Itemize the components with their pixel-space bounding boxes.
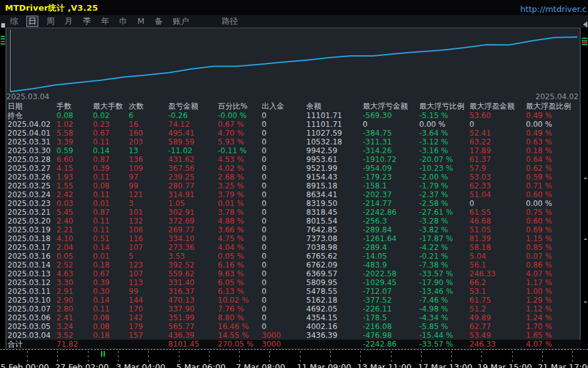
table-row[interactable]: 2025.03.172.040.14107273.364.04 %07038.9… bbox=[6, 243, 581, 252]
table-row[interactable]: 2025.04.015.580.67160495.414.70 %011027.… bbox=[6, 129, 581, 138]
cell: 11101.71 bbox=[306, 111, 363, 120]
cell: 62.77 bbox=[469, 322, 526, 331]
cell: 8319.50 bbox=[306, 199, 363, 208]
cell: 4002.16 bbox=[306, 322, 363, 331]
cell: 280.77 bbox=[168, 181, 218, 190]
cell: 3 bbox=[129, 199, 168, 208]
cell: 52.41 bbox=[469, 129, 526, 138]
cell: 4.10 bbox=[56, 234, 93, 243]
edge-tick bbox=[584, 239, 587, 240]
website-link[interactable]: http://mtdriver.c bbox=[520, 4, 587, 14]
cell: 13 bbox=[129, 146, 168, 155]
cell: 331.40 bbox=[168, 278, 218, 287]
table-row[interactable]: 2025.03.112.910.3099316.376.13 %05478.55… bbox=[6, 287, 581, 296]
cell: 0.71 % bbox=[526, 181, 581, 190]
cell: 0.03 bbox=[56, 199, 93, 208]
table-row[interactable]: 2025.03.251.550.0899280.773.25 %08915.18… bbox=[6, 181, 581, 190]
table-row-total[interactable]: 合计71.828101.45270.05 %3000-2242.86-33.57… bbox=[6, 340, 581, 349]
cell: 367.56 bbox=[168, 164, 218, 173]
cell: 3.79 % bbox=[218, 190, 262, 199]
cell: 0 bbox=[262, 138, 306, 146]
scroll-left-arrow-icon[interactable] bbox=[583, 21, 587, 28]
cell: 0 bbox=[262, 296, 306, 305]
menu-item-0[interactable]: 综 bbox=[9, 16, 19, 26]
cell: -226.11 bbox=[363, 305, 419, 313]
table-row[interactable]: 2025.03.261.930.1197239.252.68 %09154.43… bbox=[6, 173, 581, 181]
table-row[interactable]: 2025.03.274.150.39109367.564.02 %09521.9… bbox=[6, 164, 581, 173]
table-row[interactable]: 2025.04.021.020.231674.120.67 %011101.71… bbox=[6, 120, 581, 129]
cell: 2025.04.01 bbox=[6, 129, 56, 138]
table-row[interactable]: 2025.03.123.300.39113331.406.05 %05809.9… bbox=[6, 278, 581, 287]
table-row[interactable]: 2025.03.202.400.11132372.694.88 %08015.5… bbox=[6, 217, 581, 225]
table-row[interactable]: 2025.03.230.030.0131.050.01 %08319.50-21… bbox=[6, 199, 581, 208]
cell: 246.33 bbox=[469, 269, 526, 278]
menu-item-9[interactable]: 账户 bbox=[171, 16, 190, 26]
menu-item-7[interactable]: M bbox=[136, 16, 146, 26]
cell: 2.52 bbox=[56, 261, 93, 269]
table-row[interactable]: 2025.03.053.240.08179565.7716.46 %04002.… bbox=[6, 322, 581, 331]
cell: 0.62 % bbox=[526, 164, 581, 173]
table-row[interactable]: 2025.03.192.210.11106269.773.66 %07642.8… bbox=[6, 225, 581, 234]
cell: -3.12 % bbox=[419, 138, 469, 146]
column-header-3: 次数 bbox=[129, 102, 168, 111]
cell: 1.93 bbox=[56, 173, 93, 181]
menu-item-1[interactable]: 日 bbox=[27, 16, 38, 26]
table-row[interactable]: 持仓0.080.026-0.26-0.00 %011101.71-569.30-… bbox=[6, 111, 581, 120]
cell: 2025.03.25 bbox=[6, 181, 56, 190]
cell: 4.02 % bbox=[218, 164, 262, 173]
table-row[interactable]: 2025.03.160.050.0153.530.05 %06765.62-14… bbox=[6, 252, 581, 261]
cell: -20.07 % bbox=[419, 155, 469, 164]
menu-item-4[interactable]: 季 bbox=[82, 16, 92, 26]
table-row[interactable]: 2025.03.215.450.87101302.913.78 %08318.4… bbox=[6, 208, 581, 217]
cell: 1.65 % bbox=[526, 331, 581, 340]
time-axis-tick bbox=[421, 351, 422, 362]
cell: 0.08 bbox=[93, 181, 129, 190]
menu-item-path[interactable]: 路径 bbox=[220, 16, 239, 26]
cell: 203 bbox=[129, 138, 168, 146]
menu-item-2[interactable]: 周 bbox=[45, 16, 56, 26]
cell: 2025.03.27 bbox=[6, 164, 56, 173]
time-axis-tick bbox=[572, 351, 573, 362]
table-row[interactable]: 2025.03.242.420.11121314.913.79 %08634.4… bbox=[6, 190, 581, 199]
cell: 0.63 % bbox=[526, 138, 581, 146]
menu-item-5[interactable]: 年 bbox=[100, 16, 110, 26]
cell: -314.26 bbox=[363, 146, 419, 155]
cell: 11027.59 bbox=[306, 129, 363, 138]
time-axis-tick bbox=[148, 351, 149, 362]
cell: 0 bbox=[262, 322, 306, 331]
time-axis-tick bbox=[512, 351, 513, 362]
menu-item-8[interactable]: 备 bbox=[153, 16, 164, 26]
cell: 4.70 % bbox=[218, 129, 262, 138]
cell: 559.62 bbox=[168, 269, 218, 278]
table-row[interactable]: 2025.03.142.520.18123392.526.16 %06762.0… bbox=[6, 261, 581, 269]
table-row[interactable]: 2025.03.062.410.08142351.998.80 %04354.1… bbox=[6, 313, 581, 322]
table-row[interactable]: 2025.03.184.100.51116334.104.75 %07373.0… bbox=[6, 234, 581, 243]
table-row[interactable]: 2025.03.072.800.11170337.907.76 %04692.0… bbox=[6, 305, 581, 313]
time-axis-tick bbox=[451, 351, 452, 362]
cell: 3000 bbox=[262, 331, 306, 340]
cell: -289.84 bbox=[363, 225, 419, 234]
cell: 0.01 % bbox=[218, 199, 262, 208]
cell: 8318.45 bbox=[306, 208, 363, 217]
table-row[interactable]: 2025.03.134.630.67107559.629.63 %06369.5… bbox=[6, 269, 581, 278]
table-row[interactable]: 2025.03.313.390.11203589.595.93 %010532.… bbox=[6, 138, 581, 146]
table-row[interactable]: 2025.03.300.590.1413-11.02-0.11 %09942.5… bbox=[6, 146, 581, 155]
cell: -17.90 % bbox=[419, 278, 469, 287]
column-header-0: 日期 bbox=[6, 102, 56, 111]
cell: 2025.03.06 bbox=[6, 313, 56, 322]
table-row[interactable]: 2025.03.286.600.87136431.624.53 %09953.6… bbox=[6, 155, 581, 164]
table-row[interactable]: 2025.03.102.900.14144470.1310.02 %05162.… bbox=[6, 296, 581, 305]
table-row[interactable]: 2025.03.043.520.18157436.3914.55 %300034… bbox=[6, 331, 581, 340]
cell: 持仓 bbox=[6, 111, 56, 120]
time-axis-tick bbox=[118, 351, 119, 362]
cell: 56.1 bbox=[469, 261, 526, 269]
cell: 3000 bbox=[262, 340, 306, 349]
cell: 2025.03.20 bbox=[6, 217, 56, 225]
cell: 46.68 bbox=[469, 217, 526, 225]
cell: 16.46 % bbox=[218, 322, 262, 331]
cell: 2.42 bbox=[56, 190, 93, 199]
time-axis-strip: 5 Feb 00:0027 Feb 02:003 Mar 04:005 Mar … bbox=[0, 349, 588, 368]
cell: 2025.03.21 bbox=[6, 208, 56, 217]
menu-item-6[interactable]: 巾 bbox=[118, 16, 129, 26]
menu-item-3[interactable]: 月 bbox=[63, 16, 74, 26]
